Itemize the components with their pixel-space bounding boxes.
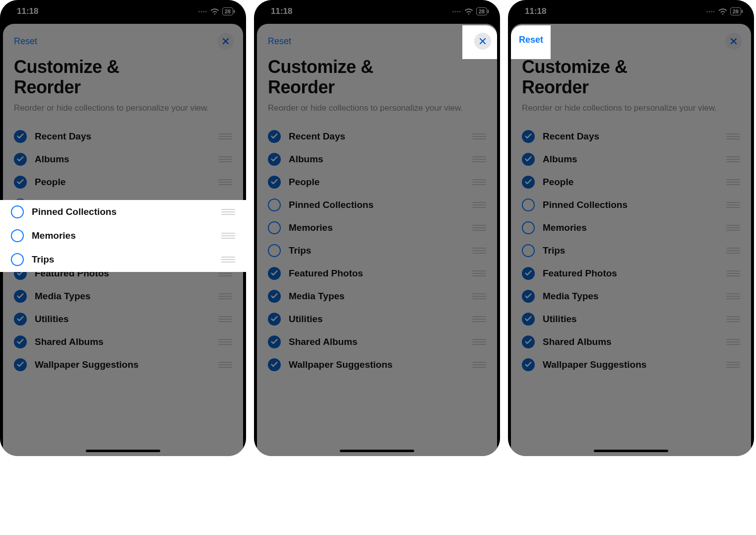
visibility-toggle[interactable] [522,358,535,371]
drag-handle-icon[interactable] [472,225,486,231]
drag-handle-icon[interactable] [218,202,232,208]
drag-handle-icon[interactable] [472,316,486,322]
drag-handle-icon[interactable] [472,362,486,368]
list-item[interactable]: Recent Days [257,125,497,148]
drag-handle-icon[interactable] [218,179,232,185]
visibility-toggle[interactable] [522,199,535,211]
drag-handle-icon[interactable] [218,362,232,368]
drag-handle-icon[interactable] [472,339,486,345]
list-item[interactable]: Utilities [511,308,751,331]
drag-handle-icon[interactable] [472,202,486,208]
close-button[interactable] [471,33,488,50]
visibility-toggle[interactable] [522,290,535,303]
drag-handle-icon[interactable] [218,316,232,322]
list-item[interactable]: Pinned Collections [511,194,751,216]
visibility-toggle[interactable] [14,290,27,303]
drag-handle-icon[interactable] [472,134,486,139]
drag-handle-icon[interactable] [726,339,740,345]
drag-handle-icon[interactable] [472,248,486,254]
list-item[interactable]: Shared Albums [257,331,497,353]
list-item[interactable]: Memories [3,216,243,239]
drag-handle-icon[interactable] [726,270,740,276]
list-item[interactable]: Pinned Collections [3,194,243,216]
visibility-toggle[interactable] [14,244,27,257]
list-item[interactable]: Recent Days [511,125,751,148]
drag-handle-icon[interactable] [218,270,232,276]
visibility-toggle[interactable] [522,335,535,348]
close-button[interactable] [725,33,742,50]
visibility-toggle[interactable] [268,176,281,189]
reset-button[interactable]: Reset [268,36,291,47]
list-item[interactable]: People [257,171,497,194]
visibility-toggle[interactable] [522,153,535,166]
visibility-toggle[interactable] [522,221,535,234]
list-item[interactable]: Albums [257,148,497,171]
drag-handle-icon[interactable] [472,156,486,162]
visibility-toggle[interactable] [268,221,281,234]
list-item[interactable]: Trips [257,239,497,262]
drag-handle-icon[interactable] [726,202,740,208]
list-item[interactable]: Memories [257,216,497,239]
drag-handle-icon[interactable] [218,293,232,299]
list-item[interactable]: Memories [511,216,751,239]
visibility-toggle[interactable] [522,176,535,189]
visibility-toggle[interactable] [14,199,27,211]
drag-handle-icon[interactable] [218,225,232,231]
visibility-toggle[interactable] [268,267,281,280]
visibility-toggle[interactable] [14,153,27,166]
visibility-toggle[interactable] [522,130,535,143]
list-item[interactable]: Media Types [257,285,497,308]
drag-handle-icon[interactable] [726,362,740,368]
close-button[interactable] [217,33,234,50]
drag-handle-icon[interactable] [726,156,740,162]
visibility-toggle[interactable] [268,290,281,303]
visibility-toggle[interactable] [522,313,535,326]
list-item[interactable]: Recent Days [3,125,243,148]
list-item[interactable]: Shared Albums [3,331,243,353]
list-item[interactable]: Wallpaper Suggestions [3,353,243,376]
reset-button[interactable]: Reset [522,36,545,47]
drag-handle-icon[interactable] [726,293,740,299]
drag-handle-icon[interactable] [726,248,740,254]
drag-handle-icon[interactable] [218,134,232,139]
list-item[interactable]: Featured Photos [3,262,243,285]
list-item[interactable]: Wallpaper Suggestions [511,353,751,376]
list-item[interactable]: Media Types [3,285,243,308]
visibility-toggle[interactable] [14,335,27,348]
drag-handle-icon[interactable] [726,179,740,185]
visibility-toggle[interactable] [268,153,281,166]
list-item[interactable]: Pinned Collections [257,194,497,216]
list-item[interactable]: Featured Photos [257,262,497,285]
drag-handle-icon[interactable] [472,293,486,299]
drag-handle-icon[interactable] [726,316,740,322]
list-item[interactable]: Utilities [257,308,497,331]
drag-handle-icon[interactable] [726,134,740,139]
visibility-toggle[interactable] [522,267,535,280]
list-item[interactable]: Utilities [3,308,243,331]
list-item[interactable]: People [511,171,751,194]
drag-handle-icon[interactable] [218,339,232,345]
list-item[interactable]: Wallpaper Suggestions [257,353,497,376]
visibility-toggle[interactable] [14,176,27,189]
list-item[interactable]: Trips [3,239,243,262]
visibility-toggle[interactable] [14,130,27,143]
list-item[interactable]: Trips [511,239,751,262]
visibility-toggle[interactable] [268,130,281,143]
reset-button[interactable]: Reset [14,36,37,47]
visibility-toggle[interactable] [268,199,281,211]
list-item[interactable]: Albums [511,148,751,171]
visibility-toggle[interactable] [268,358,281,371]
visibility-toggle[interactable] [14,313,27,326]
visibility-toggle[interactable] [268,335,281,348]
drag-handle-icon[interactable] [472,179,486,185]
drag-handle-icon[interactable] [726,225,740,231]
list-item[interactable]: People [3,171,243,194]
visibility-toggle[interactable] [268,313,281,326]
visibility-toggle[interactable] [14,221,27,234]
drag-handle-icon[interactable] [218,248,232,254]
list-item[interactable]: Media Types [511,285,751,308]
list-item[interactable]: Featured Photos [511,262,751,285]
visibility-toggle[interactable] [14,358,27,371]
list-item[interactable]: Shared Albums [511,331,751,353]
list-item[interactable]: Albums [3,148,243,171]
